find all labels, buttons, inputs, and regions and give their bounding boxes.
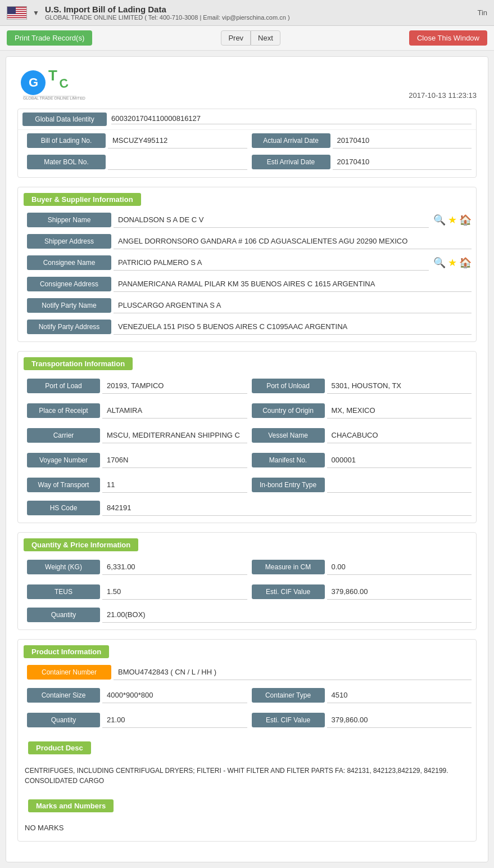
svg-text:T: T — [48, 68, 57, 84]
container-size-value: 4000*900*800 — [102, 687, 247, 703]
esti-cif-label: Esti. CIF Value — [252, 584, 325, 599]
place-of-receipt-label: Place of Receipt — [27, 403, 100, 418]
teus-label: TEUS — [27, 584, 100, 599]
marks-label: Marks and Numbers — [28, 799, 114, 812]
container-size-type-row: Container Size 4000*900*800 Container Ty… — [18, 683, 476, 708]
esti-cif-col: Esti. CIF Value 379,860.00 — [247, 581, 472, 602]
container-number-value: BMOU4742843 ( CN / L / HH ) — [114, 664, 472, 680]
shipper-name-value-area: DONALDSON S A DE C V 🔍 ★ 🏠 — [114, 212, 472, 228]
carrier-vessel-row: Carrier MSCU, MEDITERRANEAN SHIPPING C V… — [18, 423, 476, 448]
shipper-name-value: DONALDSON S A DE C V — [114, 212, 429, 228]
notify-party-address-row: Notify Party Address VENEZUELA 151 PISO … — [18, 316, 476, 341]
vessel-name-col: Vessel Name CHACABUCO — [247, 425, 472, 446]
consignee-address-row: Consignee Address PANAMERICANA RAMAL PIL… — [18, 273, 476, 295]
doc-header: G T C GLOBAL TRADE ONLINE LIMITED 2017-1… — [17, 68, 477, 100]
prod-esti-cif-label: Esti. CIF Value — [252, 713, 325, 727]
esti-arrival-col: Esti Arrival Date 20170410 — [247, 151, 472, 173]
esti-arrival-label: Esti Arrival Date — [252, 155, 330, 169]
star-icon-shipper[interactable]: ★ — [448, 214, 457, 226]
home-icon-consignee[interactable]: 🏠 — [459, 257, 472, 269]
top-right-label: Tin — [477, 8, 487, 17]
way-of-transport-col: Way of Transport 11 — [22, 474, 247, 496]
global-data-identity-label: Global Data Identity — [22, 113, 107, 126]
vessel-name-value: CHACABUCO — [327, 428, 472, 443]
prod-quantity-cif-row: Quantity 21.00 Esti. CIF Value 379,860.0… — [18, 708, 476, 732]
way-of-transport-label: Way of Transport — [27, 478, 100, 492]
product-desc-label: Product Desc — [28, 741, 91, 754]
bill-of-lading-value: MSCUZY495112 — [108, 133, 247, 149]
bol-arrival-row: Bill of Lading No. MSCUZY495112 Actual A… — [18, 130, 476, 151]
mater-bol-value — [108, 154, 247, 170]
prev-button[interactable]: Prev — [221, 30, 251, 46]
shipper-name-row: Shipper Name DONALDSON S A DE C V 🔍 ★ 🏠 — [18, 209, 476, 231]
receipt-origin-row: Place of Receipt ALTAMIRA Country of Ori… — [18, 398, 476, 423]
shipper-address-value: ANGEL DORRONSORO GANDARA # 106 CD AGUASC… — [114, 233, 472, 249]
inbond-entry-value — [327, 477, 472, 493]
country-of-origin-col: Country of Origin MX, MEXICO — [247, 400, 472, 421]
dropdown-arrow[interactable]: ▼ — [33, 9, 39, 17]
svg-rect-7 — [7, 7, 16, 14]
buyer-supplier-section: Buyer & Supplier Information Shipper Nam… — [17, 187, 477, 342]
country-of-origin-label: Country of Origin — [252, 403, 325, 418]
teus-col: TEUS 1.50 — [22, 581, 247, 602]
print-button[interactable]: Print Trade Record(s) — [7, 30, 92, 46]
port-of-load-label: Port of Load — [27, 379, 100, 393]
prod-quantity-col: Quantity 21.00 — [22, 709, 247, 731]
hs-code-row: HS Code 842191 — [18, 497, 476, 523]
measure-col: Measure in CM 0.00 — [247, 556, 472, 578]
star-icon-consignee[interactable]: ★ — [448, 257, 457, 269]
hs-code-label: HS Code — [27, 501, 100, 515]
mater-bol-label: Mater BOL No. — [27, 155, 106, 169]
next-button[interactable]: Next — [251, 30, 280, 46]
voyage-number-label: Voyage Number — [27, 453, 100, 467]
notify-party-name-value: PLUSCARGO ARGENTINA S A — [114, 298, 472, 313]
carrier-label: Carrier — [27, 428, 100, 443]
notify-party-address-value: VENEZUELA 151 PISO 5 BUENOS AIRES C C109… — [114, 319, 472, 335]
logo-area: G T C GLOBAL TRADE ONLINE LIMITED — [17, 68, 107, 100]
esti-cif-value: 379,860.00 — [327, 584, 472, 600]
bill-of-lading-label: Bill of Lading No. — [27, 133, 106, 148]
notify-party-name-label: Notify Party Name — [27, 298, 111, 313]
weight-measure-row: Weight (KG) 6,331.00 Measure in CM 0.00 — [18, 555, 476, 579]
quantity-price-title: Quantity & Price Information — [24, 538, 138, 551]
svg-rect-6 — [7, 18, 27, 19]
port-of-load-value: 20193, TAMPICO — [102, 378, 247, 394]
way-of-transport-value: 11 — [102, 477, 247, 493]
action-bar: Print Trade Record(s) Prev Next Close Th… — [0, 26, 494, 51]
identity-section: Global Data Identity 6003201704110000816… — [17, 109, 477, 178]
port-of-unload-label: Port of Unload — [252, 379, 325, 393]
top-bar-subtitle: GLOBAL TRADE ONLINE LIMITED ( Tel: 400-7… — [45, 14, 472, 21]
carrier-value: MSCU, MEDITERRANEAN SHIPPING C — [102, 428, 247, 443]
container-size-label: Container Size — [27, 688, 100, 703]
consignee-address-value: PANAMERICANA RAMAL PILAR KM 35 BUENOS AI… — [114, 276, 472, 292]
flag-icon — [7, 6, 27, 20]
mater-esti-row: Mater BOL No. Esti Arrival Date 20170410 — [18, 151, 476, 177]
doc-datetime: 2017-10-13 11:23:13 — [409, 91, 477, 100]
close-button[interactable]: Close This Window — [409, 30, 487, 46]
quantity-price-section: Quantity & Price Information Weight (KG)… — [17, 532, 477, 630]
product-title: Product Information — [24, 645, 109, 658]
marks-value: NO MARKS — [18, 819, 476, 836]
qp-quantity-label: Quantity — [27, 608, 100, 622]
container-type-label: Container Type — [252, 688, 325, 703]
svg-text:GLOBAL TRADE ONLINE LIMITED: GLOBAL TRADE ONLINE LIMITED — [23, 96, 85, 100]
qp-quantity-row: Quantity 21.00(BOX) — [18, 604, 476, 629]
search-icon-shipper[interactable]: 🔍 — [433, 214, 446, 226]
port-row: Port of Load 20193, TAMPICO Port of Unlo… — [18, 374, 476, 398]
home-icon-shipper[interactable]: 🏠 — [459, 214, 472, 226]
port-of-unload-value: 5301, HOUSTON, TX — [327, 378, 472, 394]
consignee-name-value: PATRICIO PALMERO S A — [114, 255, 429, 271]
svg-text:G: G — [29, 75, 38, 89]
measure-label: Measure in CM — [252, 560, 325, 574]
prod-quantity-label: Quantity — [27, 713, 100, 727]
weight-col: Weight (KG) 6,331.00 — [22, 556, 247, 578]
search-icon-consignee[interactable]: 🔍 — [433, 257, 446, 269]
inbond-entry-label: In-bond Entry Type — [252, 478, 325, 492]
teus-cif-row: TEUS 1.50 Esti. CIF Value 379,860.00 — [18, 579, 476, 604]
voyage-manifest-row: Voyage Number 1706N Manifest No. 000001 — [18, 448, 476, 473]
weight-label: Weight (KG) — [27, 560, 100, 574]
actual-arrival-value: 20170410 — [333, 133, 472, 149]
transport-title: Transportation Information — [24, 357, 133, 370]
product-desc-text: CENTRIFUGES, INCLUDING CENTRIFUGAL DRYER… — [18, 761, 476, 790]
nav-group: Prev Next — [221, 30, 280, 46]
